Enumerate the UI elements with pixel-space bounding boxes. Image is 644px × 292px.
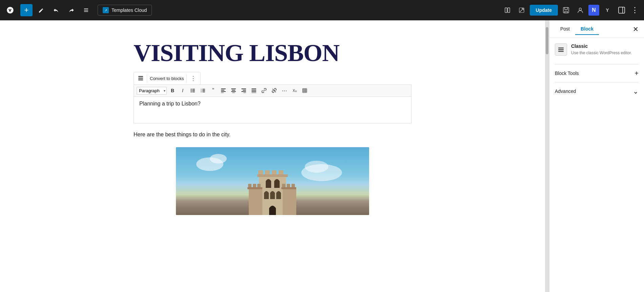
- bold-button[interactable]: B: [168, 86, 177, 95]
- classic-block-title: Classic: [571, 43, 632, 49]
- more-formats-button[interactable]: ⋯: [280, 86, 289, 95]
- svg-rect-7: [138, 76, 143, 77]
- unlink-button[interactable]: [270, 86, 279, 95]
- align-left-button[interactable]: [219, 86, 228, 95]
- svg-rect-60: [274, 181, 280, 188]
- classic-editor-body[interactable]: Planning a trip to Lisbon?: [134, 96, 411, 123]
- svg-rect-59: [266, 181, 271, 188]
- external-view-button[interactable]: [516, 4, 528, 16]
- italic-button[interactable]: I: [178, 86, 187, 95]
- top-toolbar: + ↗ Templates Cloud Update N Y: [0, 0, 644, 20]
- user-avatar: N: [588, 5, 599, 16]
- align-right-button[interactable]: [239, 86, 248, 95]
- edit-mode-button[interactable]: [35, 4, 47, 16]
- classic-block-info: Classic Use the classic WordPress editor…: [555, 43, 639, 56]
- svg-rect-26: [231, 89, 236, 89]
- table-button[interactable]: [300, 86, 309, 95]
- svg-rect-64: [269, 208, 276, 215]
- redo-button[interactable]: [65, 4, 77, 16]
- editor-area: VISITING LISBON Convert to blocks ⋮ Para…: [0, 20, 545, 292]
- sidebar-toggle-button[interactable]: [616, 4, 628, 16]
- align-center-button[interactable]: [229, 86, 238, 95]
- sidebar-close-button[interactable]: ✕: [633, 26, 639, 33]
- sidebar-body: Classic Use the classic WordPress editor…: [549, 38, 644, 292]
- svg-text:3: 3: [201, 91, 202, 93]
- image-block: [176, 147, 369, 215]
- svg-rect-50: [257, 174, 288, 177]
- subscript-button[interactable]: X₂: [290, 86, 299, 95]
- view-button[interactable]: [501, 4, 514, 16]
- yoast-button[interactable]: Y: [601, 4, 613, 16]
- post-title[interactable]: VISITING LISBON: [134, 41, 411, 65]
- wp-logo[interactable]: [4, 4, 16, 16]
- svg-rect-45: [283, 188, 296, 215]
- advanced-toggle-button[interactable]: ⌄: [633, 88, 639, 95]
- svg-rect-29: [232, 93, 235, 93]
- templates-cloud-icon: ↗: [103, 7, 109, 13]
- svg-rect-38: [303, 89, 307, 93]
- update-button[interactable]: Update: [530, 5, 558, 16]
- templates-cloud-label: Templates Cloud: [112, 7, 147, 13]
- undo-button[interactable]: [50, 4, 62, 16]
- svg-rect-62: [270, 193, 275, 199]
- main-area: VISITING LISBON Convert to blocks ⋮ Para…: [0, 20, 644, 292]
- editor-content: VISITING LISBON Convert to blocks ⋮ Para…: [120, 20, 425, 229]
- classic-block-text: Classic Use the classic WordPress editor…: [571, 43, 632, 56]
- svg-rect-6: [619, 7, 625, 13]
- block-actions-bar: Convert to blocks ⋮: [134, 72, 201, 85]
- more-menu-button[interactable]: ⋮: [630, 6, 640, 15]
- classic-block-description: Use the classic WordPress editor.: [571, 50, 632, 56]
- block-type-icon: [136, 74, 145, 83]
- svg-point-5: [579, 8, 582, 11]
- svg-rect-31: [243, 90, 246, 91]
- list-view-button[interactable]: [80, 4, 92, 16]
- paragraph-2[interactable]: Here are the best things to do in the ci…: [134, 130, 411, 139]
- svg-rect-58: [281, 187, 296, 189]
- align-justify-button[interactable]: [249, 86, 258, 95]
- svg-rect-37: [251, 93, 256, 93]
- svg-rect-32: [241, 91, 246, 92]
- svg-rect-61: [264, 193, 269, 199]
- paragraph-format-select[interactable]: Paragraph Heading 1 Heading 2 Heading 3: [137, 87, 167, 95]
- svg-rect-13: [192, 90, 195, 91]
- castle-svg: [239, 161, 306, 215]
- advanced-header[interactable]: Advanced ⌄: [555, 86, 639, 96]
- svg-rect-34: [251, 89, 256, 89]
- svg-rect-2: [508, 8, 510, 13]
- svg-rect-67: [558, 51, 564, 52]
- scrollbar-thumb[interactable]: [546, 27, 548, 54]
- paragraph-select-wrapper: Paragraph Heading 1 Heading 2 Heading 3: [137, 87, 167, 95]
- cloud-2: [210, 154, 227, 163]
- svg-rect-66: [558, 49, 564, 50]
- save-draft-button[interactable]: [560, 4, 572, 16]
- bullet-list-button[interactable]: [188, 86, 197, 95]
- svg-rect-21: [202, 92, 205, 92]
- collab-button[interactable]: [574, 4, 586, 16]
- svg-rect-28: [231, 91, 236, 92]
- add-block-button[interactable]: +: [20, 4, 33, 16]
- templates-cloud-button[interactable]: ↗ Templates Cloud: [98, 5, 152, 16]
- convert-to-blocks-button[interactable]: Convert to blocks: [147, 75, 187, 82]
- block-tools-header[interactable]: Block Tools +: [555, 69, 639, 78]
- svg-rect-4: [563, 7, 569, 13]
- block-tools-section: Block Tools +: [555, 64, 639, 82]
- block-tools-add-button[interactable]: +: [635, 70, 639, 77]
- sidebar: Post Block ✕ Classic Use the classic Wor…: [549, 20, 644, 292]
- link-button[interactable]: [260, 86, 268, 95]
- blockquote-button[interactable]: ": [209, 86, 218, 95]
- svg-point-12: [191, 90, 192, 91]
- svg-rect-35: [251, 90, 256, 91]
- svg-rect-17: [202, 89, 205, 90]
- tab-block[interactable]: Block: [575, 23, 599, 35]
- block-more-options-button[interactable]: ⋮: [188, 74, 198, 83]
- svg-rect-54: [247, 187, 262, 189]
- classic-block-icon: [555, 43, 567, 56]
- scrollbar[interactable]: [545, 20, 549, 292]
- advanced-section: Advanced ⌄: [555, 82, 639, 100]
- svg-rect-65: [558, 47, 564, 48]
- cloud-4: [305, 161, 328, 173]
- numbered-list-button[interactable]: 123: [199, 86, 207, 95]
- classic-editor-toolbar: Paragraph Heading 1 Heading 2 Heading 3 …: [134, 84, 411, 96]
- classic-block: Convert to blocks ⋮ Paragraph Heading 1 …: [134, 72, 411, 123]
- tab-post[interactable]: Post: [555, 23, 575, 35]
